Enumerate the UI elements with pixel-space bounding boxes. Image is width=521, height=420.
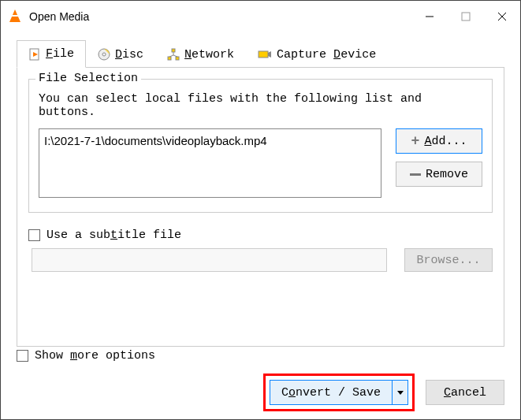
minimize-button[interactable]: [411, 1, 448, 32]
svg-rect-14: [259, 51, 268, 58]
highlight-box: Convert / Save: [263, 374, 415, 411]
convert-dropdown-button[interactable]: [393, 380, 408, 405]
window-title: Open Media: [29, 10, 89, 23]
tab-file[interactable]: File: [17, 40, 86, 68]
add-button[interactable]: + Add...: [396, 128, 482, 154]
file-list-item[interactable]: I:\2021-7-1\documents\videoplayback.mp4: [44, 134, 376, 147]
subtitle-checkbox[interactable]: [28, 229, 40, 241]
file-panel: File Selection You can select local file…: [17, 67, 504, 347]
svg-rect-8: [172, 49, 175, 52]
svg-marker-15: [268, 51, 271, 58]
remove-button[interactable]: Remove: [396, 162, 482, 187]
window-controls: [411, 1, 520, 32]
plus-icon: +: [411, 133, 420, 149]
vlc-cone-icon: [7, 9, 23, 24]
tab-label: File: [46, 47, 74, 61]
more-options-checkbox[interactable]: [17, 350, 28, 362]
cancel-button[interactable]: Cancel: [426, 380, 504, 405]
subtitle-label: Use a subtitle file: [47, 229, 181, 242]
titlebar: Open Media: [1, 1, 520, 32]
help-text: You can select local files with the foll…: [39, 92, 482, 119]
maximize-button[interactable]: [448, 1, 484, 32]
add-button-label: Add...: [424, 135, 467, 148]
cancel-button-label: Cancel: [444, 386, 486, 400]
svg-rect-9: [168, 57, 171, 60]
minus-icon: [410, 173, 421, 176]
remove-button-label: Remove: [426, 168, 468, 181]
file-icon: [28, 48, 41, 61]
network-icon: [167, 48, 180, 61]
subtitle-path-input: [32, 248, 387, 272]
group-title: File Selection: [35, 72, 141, 85]
convert-save-button[interactable]: Convert / Save: [270, 380, 393, 405]
file-list[interactable]: I:\2021-7-1\documents\videoplayback.mp4: [39, 128, 381, 198]
convert-button-label: Convert / Save: [281, 386, 381, 400]
tab-label: Disc: [115, 48, 143, 61]
svg-point-7: [102, 53, 106, 56]
tab-label: Capture Device: [277, 48, 376, 61]
close-button[interactable]: [484, 1, 520, 32]
svg-rect-1: [462, 13, 470, 20]
tab-network[interactable]: Network: [155, 40, 246, 68]
browse-button: Browse...: [404, 248, 493, 272]
tab-capture-device[interactable]: Capture Device: [246, 40, 388, 68]
tab-label: Network: [184, 48, 234, 61]
more-options-label: Show more options: [35, 349, 155, 362]
capture-icon: [258, 48, 272, 61]
tab-row: File Disc Network Capture Device: [17, 40, 504, 68]
svg-rect-10: [176, 57, 179, 60]
open-media-window: Open Media File Disc Network Capture Dev…: [0, 0, 521, 420]
disc-icon: [98, 48, 110, 61]
tab-disc[interactable]: Disc: [86, 40, 155, 68]
file-selection-group: File Selection You can select local file…: [28, 79, 493, 213]
